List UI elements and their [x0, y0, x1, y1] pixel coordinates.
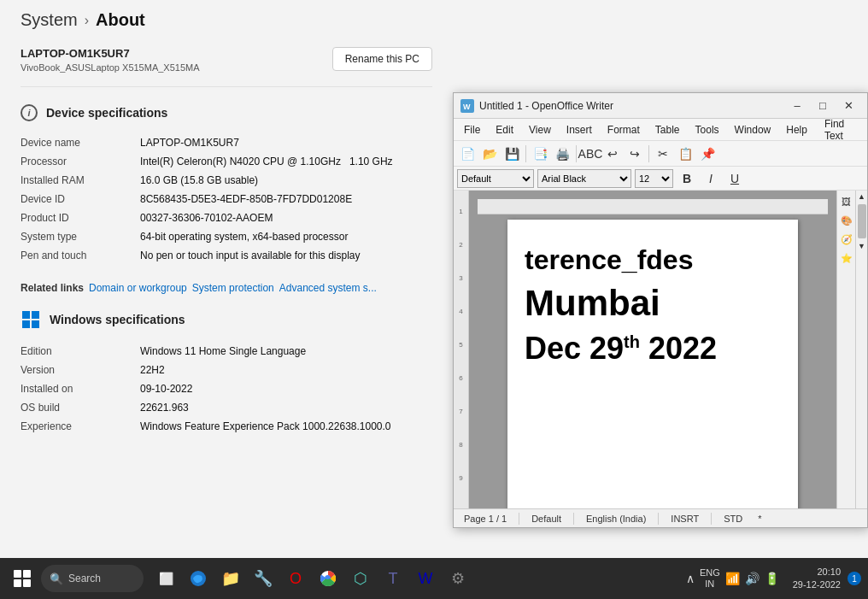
advanced-system-link[interactable]: Advanced system s...: [279, 282, 377, 294]
sidebar-nav-button[interactable]: 🧭: [839, 232, 854, 247]
volume-icon[interactable]: 🔊: [745, 572, 760, 585]
search-bar[interactable]: 🔍 Search: [41, 565, 144, 592]
window-controls: – □ ✕: [785, 96, 860, 116]
writer-app-icon: W: [460, 99, 474, 113]
table-row: Pen and touch No pen or touch input is a…: [21, 246, 432, 265]
spellcheck-button[interactable]: ABC: [580, 144, 601, 164]
pdf-button[interactable]: 📑: [530, 144, 550, 164]
language-indicator: ENG IN: [700, 567, 720, 590]
taskbar-icon4[interactable]: 🔧: [248, 563, 279, 594]
maximize-button[interactable]: □: [811, 96, 835, 116]
status-asterisk: *: [754, 514, 765, 524]
clock-date: 29-12-2022: [793, 578, 841, 591]
paste-button[interactable]: 📌: [697, 144, 718, 164]
writer-sidebar: 🖼 🎨 🧭 ⭐: [836, 191, 855, 508]
svg-text:W: W: [463, 103, 471, 111]
taskbar-icon3[interactable]: 📁: [215, 563, 246, 594]
undo-button[interactable]: ↩: [602, 144, 623, 164]
scroll-up-button[interactable]: ▲: [856, 191, 867, 203]
clock-time: 20:10: [817, 566, 841, 578]
taskbar-icons: ⬜ 📁 🔧 O ⬡ T W ⚙: [150, 563, 473, 594]
doc-text-date: Dec 29: [525, 331, 624, 366]
taskbar-icon9[interactable]: W: [410, 563, 441, 594]
sidebar-ext-button[interactable]: ⭐: [839, 250, 854, 266]
sidebar-style-button[interactable]: 🎨: [839, 213, 854, 228]
menu-table[interactable]: Table: [648, 122, 687, 138]
taskbar-icon5[interactable]: O: [280, 563, 311, 594]
system-clock[interactable]: 20:10 29-12-2022: [789, 566, 844, 592]
document-page[interactable]: terence_fdes Mumbai Dec 29th 2022: [507, 220, 798, 508]
windows-specs-title: Windows specifications: [50, 313, 185, 326]
laptop-name: LAPTOP-OM1K5UR7: [21, 47, 200, 60]
search-icon: 🔍: [50, 573, 63, 585]
device-specs-table: Device name LAPTOP-OM1K5UR7 Processor In…: [21, 133, 432, 265]
system-protection-link[interactable]: System protection: [192, 282, 274, 294]
print-button[interactable]: 🖨️: [552, 144, 572, 164]
toolbar-separator: [648, 145, 649, 162]
underline-button[interactable]: U: [724, 168, 745, 189]
table-row: Version 22H2: [21, 361, 432, 379]
find-text-button[interactable]: Find Text: [816, 116, 864, 144]
notification-badge[interactable]: 1: [847, 572, 861, 585]
breadcrumb-arrow: ›: [85, 13, 89, 28]
search-label: Search: [68, 573, 101, 584]
doc-text-line2: Mumbai: [525, 284, 781, 323]
task-view-button[interactable]: ⬜: [150, 563, 181, 594]
bold-button[interactable]: B: [677, 168, 697, 189]
scroll-down-button[interactable]: ▼: [856, 240, 867, 252]
font-dropdown[interactable]: Arial Black: [537, 169, 631, 188]
sidebar-gallery-button[interactable]: 🖼: [839, 194, 854, 209]
writer-titlebar: W Untitled 1 - OpenOffice Writer – □ ✕: [454, 93, 867, 119]
breadcrumb-system[interactable]: System: [21, 10, 78, 30]
windows-start-icon: [14, 570, 31, 587]
svg-rect-2: [22, 320, 30, 328]
document-area[interactable]: terence_fdes Mumbai Dec 29th 2022: [469, 191, 836, 508]
vertical-scrollbar[interactable]: ▲ ▼: [855, 191, 867, 508]
menu-window[interactable]: Window: [728, 122, 778, 138]
writer-window: W Untitled 1 - OpenOffice Writer – □ ✕ F…: [453, 92, 868, 528]
font-size-dropdown[interactable]: 12: [635, 169, 673, 188]
menu-format[interactable]: Format: [601, 122, 647, 138]
menu-edit[interactable]: Edit: [489, 122, 520, 138]
wifi-icon[interactable]: 📶: [725, 572, 740, 585]
menu-insert[interactable]: Insert: [560, 122, 599, 138]
domain-workgroup-link[interactable]: Domain or workgroup: [89, 282, 187, 294]
style-dropdown[interactable]: Default: [457, 169, 534, 188]
menu-tools[interactable]: Tools: [689, 122, 726, 138]
chrome-button[interactable]: [313, 563, 343, 594]
laptop-model: VivoBook_ASUSLaptop X515MA_X515MA: [21, 62, 200, 73]
windows-specs-table: Edition Windows 11 Home Single Language …: [21, 342, 432, 436]
chevron-up-icon[interactable]: ∧: [686, 572, 695, 585]
scroll-thumb[interactable]: [858, 204, 866, 238]
new-button[interactable]: 📄: [457, 144, 478, 164]
table-row: Device ID 8C568435-D5E3-4EDF-850B-7FD7DD…: [21, 190, 432, 208]
info-icon: i: [21, 104, 38, 121]
status-style: Default: [528, 514, 565, 524]
writer-title: Untitled 1 - OpenOffice Writer: [479, 100, 780, 112]
save-button[interactable]: 💾: [501, 144, 522, 164]
system-tray: ∧ ENG IN 📶 🔊 🔋: [679, 567, 786, 590]
close-button[interactable]: ✕: [836, 96, 860, 116]
start-button[interactable]: [7, 563, 38, 594]
edge-browser-button[interactable]: [183, 563, 214, 594]
rename-pc-button[interactable]: Rename this PC: [332, 47, 432, 71]
menu-view[interactable]: View: [522, 122, 558, 138]
menu-help[interactable]: Help: [779, 122, 814, 138]
copy-button[interactable]: 📋: [675, 144, 695, 164]
ruler-left: 1 2 3 4 5 6 7 8 9 10: [454, 191, 469, 508]
redo-button[interactable]: ↪: [625, 144, 645, 164]
windows-logo-icon: [21, 309, 41, 330]
table-row: Experience Windows Feature Experience Pa…: [21, 417, 432, 436]
menu-file[interactable]: File: [457, 122, 487, 138]
status-lang: English (India): [583, 514, 649, 524]
battery-icon[interactable]: 🔋: [765, 572, 779, 585]
writer-statusbar: Page 1 / 1 Default English (India) INSRT…: [454, 508, 867, 527]
teams-button[interactable]: T: [378, 563, 408, 594]
status-std: STD: [720, 514, 746, 524]
minimize-button[interactable]: –: [785, 96, 809, 116]
open-button[interactable]: 📂: [479, 144, 500, 164]
cut-button[interactable]: ✂: [653, 144, 673, 164]
italic-button[interactable]: I: [701, 168, 721, 189]
settings-icon-taskbar[interactable]: ⚙: [443, 563, 473, 594]
taskbar-icon7[interactable]: ⬡: [345, 563, 376, 594]
